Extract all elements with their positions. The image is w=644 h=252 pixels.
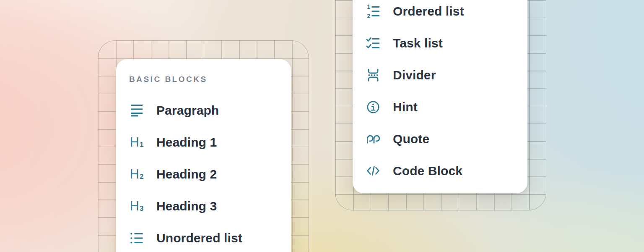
menu-item-paragraph[interactable]: Paragraph: [116, 94, 291, 126]
menu-item-task-list[interactable]: Task list: [353, 27, 527, 59]
svg-text:1: 1: [367, 4, 370, 10]
menu-item-label: Divider: [393, 68, 436, 82]
divider-icon: [366, 68, 381, 83]
heading-2-icon: H2: [129, 167, 144, 182]
hint-icon: [366, 100, 381, 115]
menu-item-label: Heading 1: [156, 135, 217, 150]
menu-item-unordered-list[interactable]: Unordered list: [116, 222, 291, 252]
menu-item-heading-2[interactable]: H2 Heading 2: [116, 158, 291, 190]
menu-item-heading-1[interactable]: H1 Heading 1: [116, 126, 291, 158]
block-menu-basic-blocks: BASIC BLOCKS Paragraph H1 Heading 1 H2 H…: [116, 59, 291, 252]
section-header: BASIC BLOCKS: [129, 74, 291, 84]
menu-item-label: Unordered list: [156, 231, 242, 245]
menu-item-hint[interactable]: Hint: [353, 91, 527, 123]
heading-1-icon: H1: [129, 135, 144, 150]
menu-item-label: Code Block: [393, 164, 462, 178]
menu-item-ordered-list[interactable]: 1 2 Ordered list: [353, 0, 527, 27]
menu-item-label: Task list: [393, 36, 443, 50]
menu-item-label: Heading 2: [156, 167, 217, 181]
quote-icon: [366, 131, 381, 147]
menu-item-divider[interactable]: Divider: [353, 59, 527, 91]
ordered-list-icon: 1 2: [366, 4, 381, 19]
menu-item-label: Quote: [393, 132, 429, 146]
paragraph-icon: [129, 103, 144, 118]
menu-item-label: Heading 3: [156, 199, 217, 213]
svg-text:2: 2: [367, 13, 370, 19]
code-block-icon: [366, 163, 381, 178]
menu-item-code-block[interactable]: Code Block: [353, 155, 527, 187]
heading-3-icon: H3: [129, 199, 144, 214]
menu-item-heading-3[interactable]: H3 Heading 3: [116, 190, 291, 222]
background-gradient: BASIC BLOCKS Paragraph H1 Heading 1 H2 H…: [0, 0, 644, 252]
menu-item-label: Paragraph: [156, 103, 219, 118]
unordered-list-icon: [129, 231, 144, 246]
menu-item-label: Hint: [393, 100, 418, 114]
task-list-icon: [366, 36, 381, 51]
menu-item-quote[interactable]: Quote: [353, 123, 527, 155]
menu-item-label: Ordered list: [393, 4, 464, 18]
block-menu-more-blocks: 1 2 Ordered list: [353, 0, 527, 193]
